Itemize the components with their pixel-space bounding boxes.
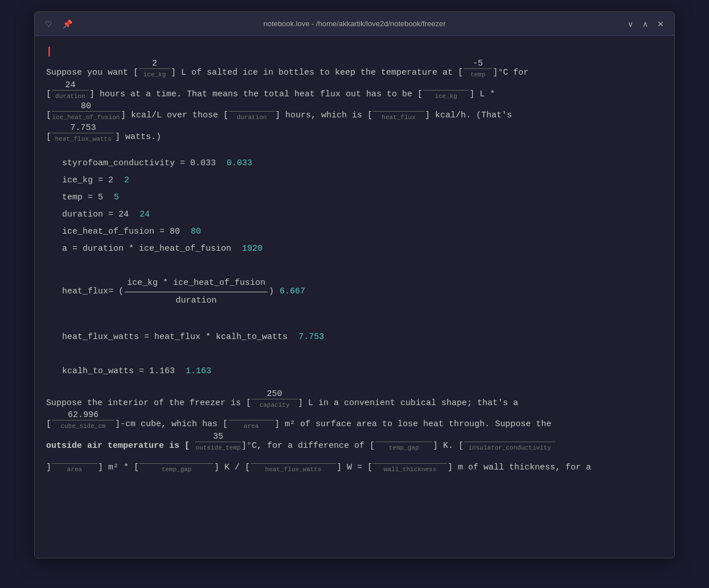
para1-text7: [ <box>46 111 51 121</box>
cube-side-bracket: cube_side_cm <box>52 410 114 432</box>
text-cursor: | <box>46 46 663 56</box>
temp-label: temp <box>470 70 485 80</box>
heat-flux-fraction: ice_kg * ice_heat_of_fusion duration <box>125 275 268 309</box>
chevron-down-icon[interactable]: ∨ <box>625 18 636 30</box>
fraction-denominator: duration <box>174 292 219 309</box>
insulator-conductivity-input[interactable] <box>464 432 555 442</box>
para2-text14: ] m of wall thickness, for a <box>448 463 591 472</box>
temp-input[interactable] <box>464 59 492 69</box>
cube-side-label: cube_side_cm <box>60 421 105 432</box>
insulator-conductivity-label: insulator_conductivity <box>469 443 551 454</box>
outside-temp-label: outside_temp <box>195 443 240 454</box>
code-line-4: duration = 24 24 <box>62 206 663 223</box>
cube-side-input[interactable] <box>52 410 114 420</box>
para1-text8: ] kcal/L over those [ <box>121 111 228 121</box>
code-line-3: temp = 5 5 <box>62 189 663 206</box>
code-val-9: 1.163 <box>149 366 175 376</box>
code-var-3: temp <box>62 193 83 202</box>
heat-flux-watts2-bracket: heat_flux_watts <box>251 454 336 475</box>
ice-heat-bracket: ice_heat_of_fusion <box>52 101 120 123</box>
code-result-5: 80 <box>191 227 201 236</box>
code-line-7: heat_flux = ( ice_kg * ice_heat_of_fusio… <box>62 275 663 309</box>
code-op-8: = <box>144 332 154 342</box>
heat-flux-bracket: heat_flux <box>373 101 424 123</box>
code-var-5: ice_heat_of_fusion <box>62 227 154 236</box>
code-expr-8: heat_flux * kcalh_to_watts <box>154 332 288 342</box>
para1-text11: [ <box>46 132 51 142</box>
code-var-6: a <box>62 244 67 254</box>
duration2-input[interactable] <box>229 101 274 112</box>
ice-heat-input[interactable] <box>52 101 120 112</box>
insulator-conductivity-bracket: insulator_conductivity <box>464 432 555 454</box>
app-window: ♡ 📌 notebook.love - /home/akkartik/love2… <box>34 11 675 558</box>
heat-flux-watts-label: heat_flux_watts <box>55 134 112 145</box>
para2-text3: [ <box>46 420 51 430</box>
heat-flux-label: heat_flux <box>382 112 415 123</box>
code-var-2: ice_kg <box>62 175 93 185</box>
pin-icon[interactable]: 📌 <box>60 18 75 30</box>
para2-text8: ] K. [ <box>433 441 464 451</box>
area-bracket: area <box>228 410 274 432</box>
para2-text6: outside air temperature is [ <box>46 441 190 451</box>
code-close-7: ) <box>269 283 274 300</box>
wall-thickness-input[interactable] <box>373 454 447 464</box>
temp-gap2-label: temp_gap <box>162 464 192 475</box>
area2-input[interactable] <box>52 454 97 464</box>
duration2-label: duration <box>237 112 267 123</box>
outside-temp-bracket: outside_temp <box>195 432 241 454</box>
para1-text9: ] hours, which is [ <box>275 111 372 121</box>
notebook-content: | Suppose you want [ ice_kg ] L of salte… <box>35 36 674 492</box>
code-expr-6: duration * ice_heat_of_fusion <box>83 244 231 254</box>
code-val-5: 80 <box>170 227 180 236</box>
para2-text9: ] <box>46 463 51 472</box>
para2-outside-label: outside air temperature is [ <box>46 441 195 451</box>
ice-kg2-label: ice_kg <box>435 91 457 102</box>
temp-gap-input[interactable] <box>375 432 432 442</box>
code-var-9: kcalh_to_watts <box>62 366 134 376</box>
code-op-4: = <box>108 210 118 219</box>
para1-text6: ] L * <box>469 89 495 99</box>
area-input[interactable] <box>228 410 274 420</box>
ice-kg-bracket: ice_kg <box>139 59 170 80</box>
capacity-bracket: capacity <box>252 389 297 411</box>
temp-gap2-input[interactable] <box>140 454 214 464</box>
capacity-input[interactable] <box>252 389 297 399</box>
close-icon[interactable]: ✕ <box>655 18 666 30</box>
code-result-4: 24 <box>140 210 150 219</box>
heat-flux-watts-input[interactable] <box>52 123 114 133</box>
para2-text4: ]-cm cube, which has [ <box>115 420 228 430</box>
duration-input[interactable] <box>52 80 89 91</box>
para1-text2: ] L of salted ice in bottles to keep the… <box>171 68 463 77</box>
heat-flux-watts2-input[interactable] <box>251 454 336 464</box>
code-op-2: = <box>98 175 108 185</box>
code-val-1: 0.033 <box>190 158 216 168</box>
duration-label: duration <box>55 91 85 102</box>
code-var-1: styrofoam_conductivity <box>62 158 175 168</box>
para2-text7: ]°C, for a difference of [ <box>241 441 375 451</box>
temp-bracket: temp <box>464 59 492 80</box>
para2-text12: ] K / [ <box>214 463 250 472</box>
outside-temp-input[interactable] <box>195 432 241 442</box>
paragraph-2: Suppose the interior of the freezer is [… <box>46 389 663 475</box>
code-result-6: 1920 <box>242 244 263 254</box>
code-line-1: styrofoam_conductivity = 0.033 0.033 <box>62 155 663 172</box>
ice-kg2-input[interactable] <box>423 80 469 91</box>
area-label: area <box>244 421 259 432</box>
code-var-8: heat_flux_watts <box>62 332 139 342</box>
heat-flux-input[interactable] <box>373 101 424 112</box>
code-line-9: kcalh_to_watts = 1.163 1.163 <box>62 363 663 380</box>
ice-heat-label: ice_heat_of_fusion <box>52 112 120 123</box>
temp-gap-bracket: temp_gap <box>375 432 432 454</box>
para1-text4: [ <box>46 89 51 99</box>
code-line-5: ice_heat_of_fusion = 80 80 <box>62 223 663 240</box>
para2-text1: Suppose the interior of the freezer is [ <box>46 398 251 408</box>
para2-text5: ] m² of surface area to lose heat throug… <box>274 420 551 430</box>
ice-kg-input[interactable] <box>139 59 170 69</box>
heart-icon[interactable]: ♡ <box>43 18 55 30</box>
chevron-up-icon[interactable]: ∧ <box>640 18 650 30</box>
code-op-9: = <box>139 366 149 376</box>
code-result-7: 6.667 <box>280 283 305 300</box>
area2-label: area <box>67 464 82 475</box>
titlebar-right: ∨ ∧ ✕ <box>625 18 666 30</box>
duration-bracket: duration <box>52 80 89 102</box>
